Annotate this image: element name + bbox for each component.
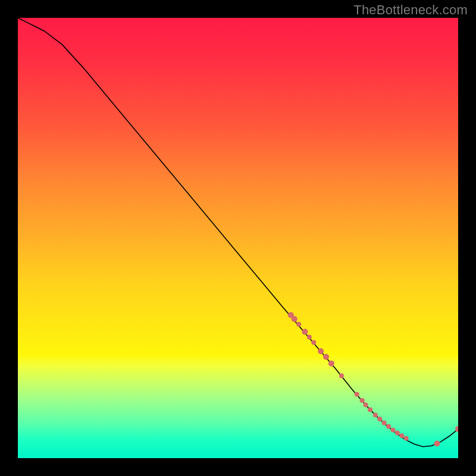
data-marker (364, 402, 368, 407)
chart-container: TheBottleneck.com (0, 0, 476, 476)
data-marker (355, 392, 359, 397)
data-marker (302, 329, 308, 335)
data-marker (404, 436, 409, 441)
data-marker (360, 398, 365, 403)
data-marker (328, 361, 334, 367)
data-marker (318, 348, 324, 354)
data-markers (288, 312, 458, 447)
data-marker (382, 421, 387, 425)
data-marker (292, 316, 298, 322)
chart-overlay (18, 18, 458, 458)
watermark-text: TheBottleneck.com (353, 2, 468, 18)
data-marker (399, 433, 404, 438)
data-marker (339, 374, 344, 378)
bottleneck-curve (18, 18, 458, 447)
data-marker (368, 408, 372, 412)
data-marker (311, 340, 316, 345)
data-marker (323, 354, 329, 360)
data-marker (386, 424, 391, 429)
data-marker (390, 428, 395, 433)
data-marker (377, 416, 382, 421)
data-marker (307, 335, 312, 340)
data-marker (373, 412, 378, 417)
plot-area (18, 18, 458, 458)
data-marker (395, 431, 400, 436)
data-marker (434, 441, 440, 447)
data-marker (296, 322, 301, 327)
